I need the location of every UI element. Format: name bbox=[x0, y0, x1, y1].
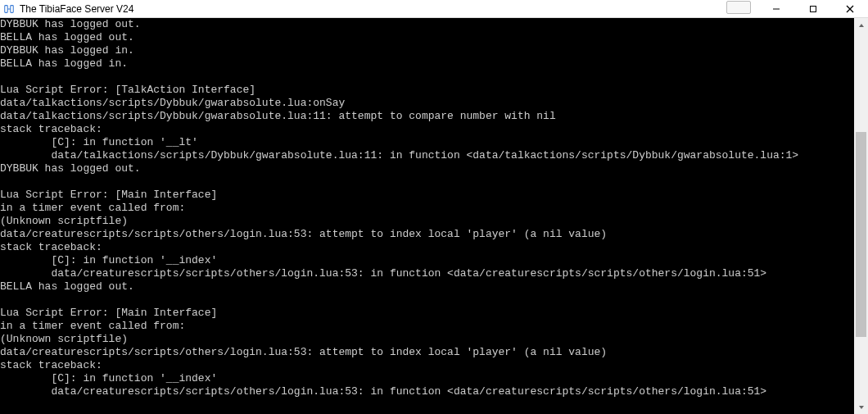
svg-rect-1 bbox=[11, 5, 14, 12]
window-titlebar: The TibiaFace Server V24 bbox=[0, 0, 868, 18]
titlebar-ghost-button[interactable] bbox=[726, 1, 751, 14]
svg-marker-7 bbox=[859, 24, 864, 27]
scrollbar-thumb[interactable] bbox=[856, 132, 866, 337]
close-button[interactable] bbox=[831, 0, 868, 18]
svg-rect-0 bbox=[5, 5, 8, 12]
window-title: The TibiaFace Server V24 bbox=[20, 3, 133, 15]
app-icon bbox=[2, 2, 16, 16]
vertical-scrollbar[interactable] bbox=[854, 18, 868, 414]
console-area: DYBBUK has logged out. BELLA has logged … bbox=[0, 18, 868, 414]
window-controls bbox=[757, 0, 868, 17]
scroll-down-button[interactable] bbox=[854, 400, 868, 414]
scrollbar-track[interactable] bbox=[854, 32, 868, 400]
svg-marker-8 bbox=[859, 406, 864, 409]
maximize-button[interactable] bbox=[794, 0, 831, 18]
scroll-up-button[interactable] bbox=[854, 18, 868, 32]
console-output[interactable]: DYBBUK has logged out. BELLA has logged … bbox=[0, 18, 854, 414]
minimize-button[interactable] bbox=[757, 0, 794, 18]
svg-rect-4 bbox=[810, 7, 816, 12]
